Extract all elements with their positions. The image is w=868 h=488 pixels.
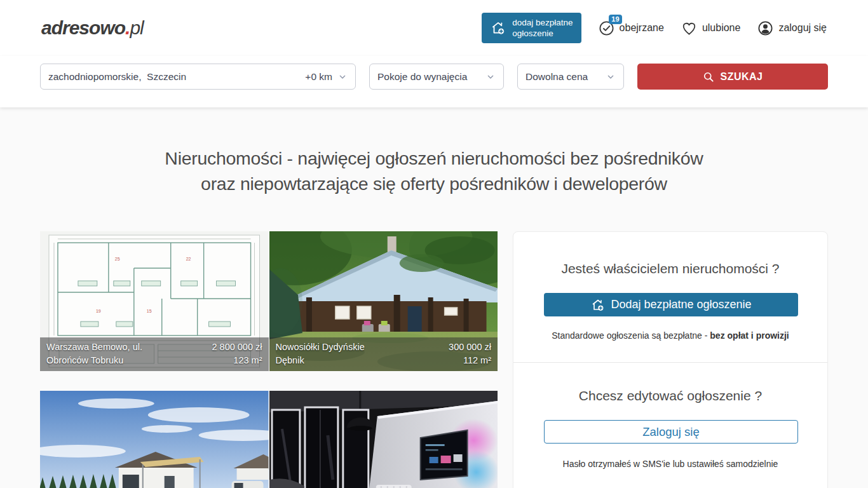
favorites-link[interactable]: ulubione — [681, 20, 741, 37]
listing-location-2: Obrońców Tobruku — [46, 354, 142, 367]
viewed-link[interactable]: 19 obejrzane — [598, 20, 664, 37]
main-content: Nieruchomości - najwięcej ogłoszeń nieru… — [0, 146, 868, 488]
property-type-value: Pokoje do wynajęcia — [377, 71, 467, 83]
radius-dropdown[interactable]: +0 km — [305, 71, 348, 83]
house-plus-icon — [590, 297, 606, 313]
listing-location: Warszawa Bemowo, ul. — [46, 341, 142, 354]
svg-text:25: 25 — [115, 257, 120, 261]
listing-caption: Warszawa Bemowo, ul. Obrońców Tobruku 2 … — [40, 337, 269, 371]
listing-location: Nowosiółki Dydyńskie — [276, 341, 365, 354]
user-circle-icon — [757, 20, 774, 37]
site-logo[interactable]: adresowo.pl — [41, 17, 144, 39]
property-type-select[interactable]: Pokoje do wynajęcia — [369, 64, 504, 90]
login-button[interactable]: Zaloguj się — [544, 420, 798, 444]
viewed-label: obejrzane — [620, 22, 664, 34]
listing-area: 112 m² — [449, 354, 491, 367]
listing-price: 300 000 zł — [449, 341, 491, 354]
search-bar: zachodniopomorskie, Szczecin +0 km Pokoj… — [0, 56, 868, 107]
listing-card[interactable]: 25221915 Warszawa Bemowo, ul. Obrońców T… — [40, 231, 269, 371]
add-free-listing-button[interactable]: Dodaj bezpłatne ogłoszenie — [544, 293, 798, 316]
svg-text:22: 22 — [186, 257, 191, 261]
listing-photo-apartment-interior-tv — [269, 391, 498, 488]
listing-card[interactable]: Gdańsk Śródmieście, ul. 549 000 zł — [269, 391, 498, 488]
heart-icon — [681, 20, 698, 37]
listing-photo-white-house-garden — [40, 391, 269, 488]
listing-card[interactable]: Dębnica, ul. Ojca Andrzeja 825 000 zł — [40, 391, 269, 488]
price-value: Dowolna cena — [526, 71, 588, 83]
svg-text:15: 15 — [147, 309, 152, 313]
add-free-listing-label: Dodaj bezpłatne ogłoszenie — [611, 298, 751, 311]
search-button-label: SZUKAJ — [720, 71, 763, 83]
viewed-count-badge: 19 — [609, 15, 621, 24]
listing-area: 123 m² — [212, 354, 262, 367]
search-icon — [702, 71, 715, 83]
listing-price: 2 800 000 zł — [212, 341, 262, 354]
add-listing-label: dodaj bezpłatne ogłoszenie — [512, 17, 573, 39]
add-listing-button[interactable]: dodaj bezpłatne ogłoszenie — [482, 13, 581, 43]
price-select[interactable]: Dowolna cena — [517, 64, 624, 90]
search-button[interactable]: SZUKAJ — [637, 64, 828, 90]
logo-tld: pl — [130, 17, 143, 39]
radius-value: +0 km — [305, 71, 332, 83]
edit-heading: Chcesz edytować ogłoszenie ? — [544, 388, 797, 403]
location-value: zachodniopomorskie, Szczecin — [48, 71, 186, 83]
chevron-down-icon — [337, 72, 348, 82]
logo-name: adresowo — [41, 17, 125, 39]
house-plus-icon — [490, 20, 506, 36]
svg-text:19: 19 — [96, 309, 101, 313]
edit-section: Chcesz edytować ogłoszenie ? Zaloguj się… — [513, 362, 827, 488]
listing-grid: 25221915 Warszawa Bemowo, ul. Obrońców T… — [40, 231, 498, 488]
owner-heading: Jesteś właścicielem nieruchomości ? — [544, 261, 797, 276]
favorites-label: ulubione — [702, 22, 741, 34]
page-title: Nieruchomości - najwięcej ogłoszeń nieru… — [0, 146, 868, 196]
chevron-down-icon — [485, 72, 496, 82]
edit-note: Hasło otrzymałeś w SMS'ie lub ustawiłeś … — [544, 459, 797, 469]
site-header: adresowo.pl dodaj bezpłatne ogłoszenie — [0, 0, 868, 107]
login-link[interactable]: zaloguj się — [757, 20, 827, 37]
location-input[interactable]: zachodniopomorskie, Szczecin +0 km — [40, 64, 356, 90]
listing-caption: Nowosiółki Dydyńskie Dębnik 300 000 zł 1… — [269, 337, 498, 371]
chevron-down-icon — [606, 72, 616, 82]
listing-location-2: Dębnik — [276, 354, 365, 367]
login-label: zaloguj się — [778, 22, 827, 34]
header-actions: dodaj bezpłatne ogłoszenie 19 obejrzane — [482, 13, 827, 43]
listing-card[interactable]: Nowosiółki Dydyńskie Dębnik 300 000 zł 1… — [269, 231, 498, 371]
header-top: adresowo.pl dodaj bezpłatne ogłoszenie — [0, 0, 868, 56]
owner-panel: Jesteś właścicielem nieruchomości ? Doda… — [513, 231, 828, 488]
check-circle-icon: 19 — [598, 20, 615, 37]
owner-note: Standardowe ogłoszenia są bezpłatne - be… — [544, 330, 797, 341]
owner-section: Jesteś właścicielem nieruchomości ? Doda… — [513, 232, 827, 362]
